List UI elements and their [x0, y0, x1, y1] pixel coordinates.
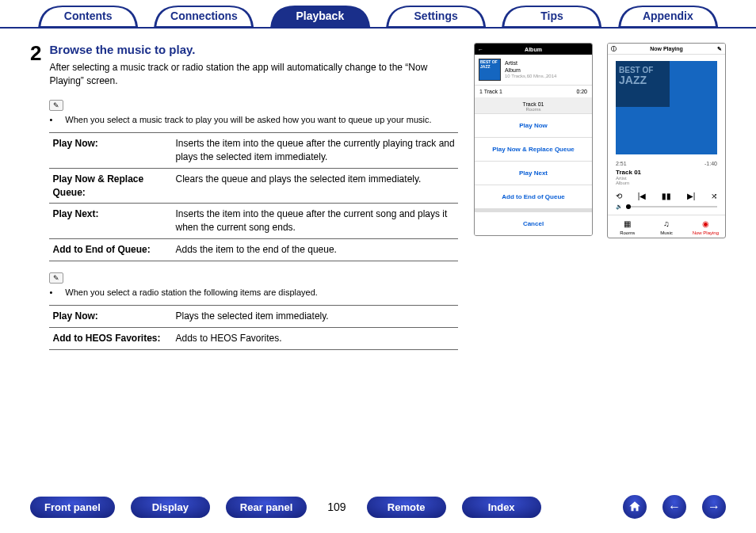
now-playing-artwork: BEST OFJAZZ: [616, 61, 717, 154]
tab-connections[interactable]: Connections: [146, 5, 262, 27]
pause-icon[interactable]: ▮▮: [662, 192, 671, 200]
top-tabs: Contents Connections Playback Settings T…: [0, 0, 756, 29]
prev-icon[interactable]: |◀: [638, 192, 647, 200]
remote-button[interactable]: Remote: [367, 497, 446, 518]
edit-icon: ✎: [717, 46, 722, 52]
tab-playback[interactable]: Playback: [262, 5, 378, 27]
volume-slider[interactable]: 🔉: [608, 204, 725, 215]
table-row: Play Now:Inserts the item into the queue…: [49, 133, 458, 169]
rear-panel-button[interactable]: Rear panel: [226, 497, 307, 518]
table-row: Play Next:Inserts the item into the queu…: [49, 204, 458, 239]
table-row: Add to End of Queue:Adds the item to the…: [49, 238, 458, 261]
note-2: When you select a radio station the foll…: [65, 287, 318, 299]
tab-rooms[interactable]: ▦Rooms: [608, 215, 647, 238]
sheet-play-next[interactable]: Play Next: [475, 162, 592, 185]
table-row: Add to HEOS Favorites:Adds to HEOS Favor…: [49, 327, 458, 349]
tab-settings[interactable]: Settings: [378, 5, 494, 27]
playback-controls: ⟲ |◀ ▮▮ ▶| ⤨: [608, 185, 725, 204]
note-icon: ✎: [49, 272, 63, 284]
np-track-title: Track 01: [616, 169, 717, 176]
sheet-add-end[interactable]: Add to End of Queue: [475, 185, 592, 209]
rooms-icon: ▦: [608, 218, 647, 230]
page-number: 109: [327, 501, 346, 513]
tab-contents[interactable]: Contents: [30, 5, 146, 27]
music-icon: ♫: [647, 218, 685, 230]
home-button[interactable]: [623, 495, 647, 519]
track-row: 1 Track 10:20: [475, 86, 592, 98]
table-row: Play Now & Replace Queue:Clears the queu…: [49, 168, 458, 204]
table-row: Play Now:Plays the selected item immedia…: [49, 306, 458, 328]
album-thumbnail: BEST OF JAZZ: [479, 59, 501, 81]
album-header: BEST OF JAZZ Artist Album 10 Tracks,60 M…: [475, 55, 592, 86]
queue-options-table: Play Now:Inserts the item into the queue…: [49, 132, 458, 261]
front-panel-button[interactable]: Front panel: [30, 497, 115, 518]
note-icon: ✎: [49, 100, 63, 111]
sheet-header: Track 01 Rooms: [475, 98, 592, 114]
footer-nav: Front panel Display Rear panel 109 Remot…: [0, 495, 756, 519]
bottom-tabs: ▦Rooms ♫Music ◉Now Playing: [608, 215, 725, 238]
phone-title: Now Playing: [650, 46, 683, 51]
sheet-cancel[interactable]: Cancel: [475, 212, 592, 235]
album-artist: Artist: [505, 59, 556, 67]
note-1: When you select a music track to play yo…: [65, 114, 431, 126]
next-icon[interactable]: ▶|: [687, 192, 696, 200]
album-meta: 10 Tracks,60 Mins.,2014: [505, 74, 556, 80]
tab-now-playing[interactable]: ◉Now Playing: [686, 215, 725, 238]
elapsed-time: 2:51: [616, 161, 627, 166]
phone-title: Album: [525, 47, 542, 52]
next-page-button[interactable]: →: [702, 495, 726, 519]
step-number: 2: [30, 43, 41, 63]
speaker-icon: 🔉: [616, 204, 623, 210]
back-icon: ←: [478, 47, 483, 52]
album-name: Album: [505, 67, 556, 74]
tab-appendix[interactable]: Appendix: [610, 5, 726, 27]
index-button[interactable]: Index: [462, 497, 541, 518]
sheet-play-now-replace[interactable]: Play Now & Replace Queue: [475, 138, 592, 162]
step-description: After selecting a music track or radio s…: [49, 61, 458, 89]
now-playing-icon: ◉: [686, 218, 725, 230]
phone-album-actionsheet: ←Album BEST OF JAZZ Artist Album 10 Trac…: [474, 43, 593, 236]
tab-music[interactable]: ♫Music: [647, 215, 685, 238]
prev-page-button[interactable]: ←: [662, 495, 686, 519]
tab-tips[interactable]: Tips: [494, 5, 609, 27]
info-icon: ⓘ: [611, 45, 617, 53]
remaining-time: -1:40: [704, 161, 717, 166]
sheet-play-now[interactable]: Play Now: [475, 114, 592, 138]
step-title: Browse the music to play.: [49, 43, 458, 56]
repeat-icon[interactable]: ⟲: [616, 192, 622, 200]
radio-options-table: Play Now:Plays the selected item immedia…: [49, 305, 458, 350]
display-button[interactable]: Display: [131, 497, 210, 518]
shuffle-icon[interactable]: ⤨: [711, 192, 717, 200]
phone-now-playing: ⓘNow Playing✎ BEST OFJAZZ 2:51-1:40 Trac…: [607, 43, 726, 238]
